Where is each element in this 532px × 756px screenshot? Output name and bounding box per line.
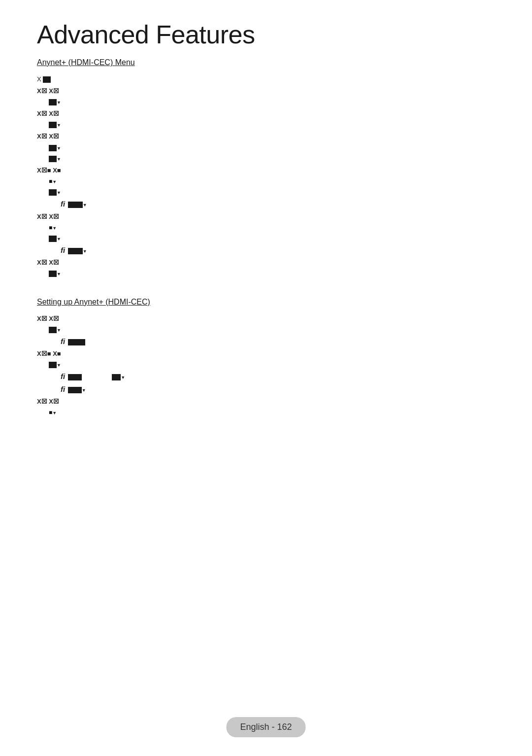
content-row-7: X☒ X☒ ▼ xyxy=(37,257,495,279)
text-glyph-s2-8: X☒ X☒ xyxy=(37,396,495,407)
text-glyph-10: ■▼ xyxy=(37,176,495,187)
text-glyph-12: fi ▼ xyxy=(37,198,495,210)
text-glyph-16: fi ▼ xyxy=(37,244,495,257)
text-glyph-s2-4: X☒■ X■ xyxy=(37,348,495,359)
text-glyph-7: ▼ xyxy=(37,142,495,153)
section2-heading: Setting up Anynet+ (HDMI-CEC) xyxy=(37,298,150,307)
text-glyph-s2-9: ■▼ xyxy=(37,407,495,418)
text-glyph-s2-1: X☒ X☒ xyxy=(37,313,495,324)
content-row-s2-3: X☒ X☒ ■▼ xyxy=(37,396,495,418)
page-content: Advanced Features Anynet+ (HDMI-CEC) Men… xyxy=(0,0,532,449)
page-number-badge: English - 162 xyxy=(226,717,305,737)
content-row-3: X☒ X☒ ▼ xyxy=(37,108,495,130)
section1-heading: Anynet+ (HDMI-CEC) Menu xyxy=(37,58,135,67)
content-row-2: X☒ X☒ ▼ xyxy=(37,86,495,107)
page-number-text: English - 162 xyxy=(240,722,292,732)
content-row-5: X☒■ X■ ■▼ ▼ fi ▼ xyxy=(37,165,495,210)
text-glyph-9: X☒■ X■ xyxy=(37,165,495,176)
text-glyph-15: ▼ xyxy=(37,233,495,244)
text-glyph-17: X☒ X☒ xyxy=(37,257,495,268)
content-row-s2-2: X☒■ X■ ▼ fi ▼ fi ▼ xyxy=(37,348,495,395)
content-row-1: X xyxy=(37,74,495,85)
text-glyph-14: ■▼ xyxy=(37,222,495,233)
text-glyph-13: X☒ X☒ xyxy=(37,211,495,222)
text-glyph-18: ▼ xyxy=(37,268,495,279)
text-glyph-8: ▼ xyxy=(37,153,495,164)
content-row-6: X☒ X☒ ■▼ ▼ fi ▼ xyxy=(37,211,495,257)
text-glyph-6: X☒ X☒ xyxy=(37,131,495,142)
text-glyph-5: ▼ xyxy=(37,119,495,130)
text-glyph-4: X☒ X☒ xyxy=(37,108,495,119)
text-glyph-3: ▼ xyxy=(37,97,495,107)
text-glyph-s2-5: ▼ xyxy=(37,359,495,370)
text-glyph-s2-3: fi xyxy=(37,335,495,348)
content-row-s2-1: X☒ X☒ ▼ fi xyxy=(37,313,495,348)
page-title: Advanced Features xyxy=(37,20,495,49)
content-row-4: X☒ X☒ ▼ ▼ xyxy=(37,131,495,164)
text-glyph-s2-6: fi ▼ xyxy=(37,370,495,383)
text-glyph-s2-7: fi ▼ xyxy=(37,383,495,396)
text-glyph-11: ▼ xyxy=(37,187,495,198)
text-glyph-s2-2: ▼ xyxy=(37,324,495,335)
text-glyph-1: X xyxy=(37,74,495,85)
section-gap-1 xyxy=(37,280,495,298)
text-glyph-2: X☒ X☒ xyxy=(37,86,495,97)
